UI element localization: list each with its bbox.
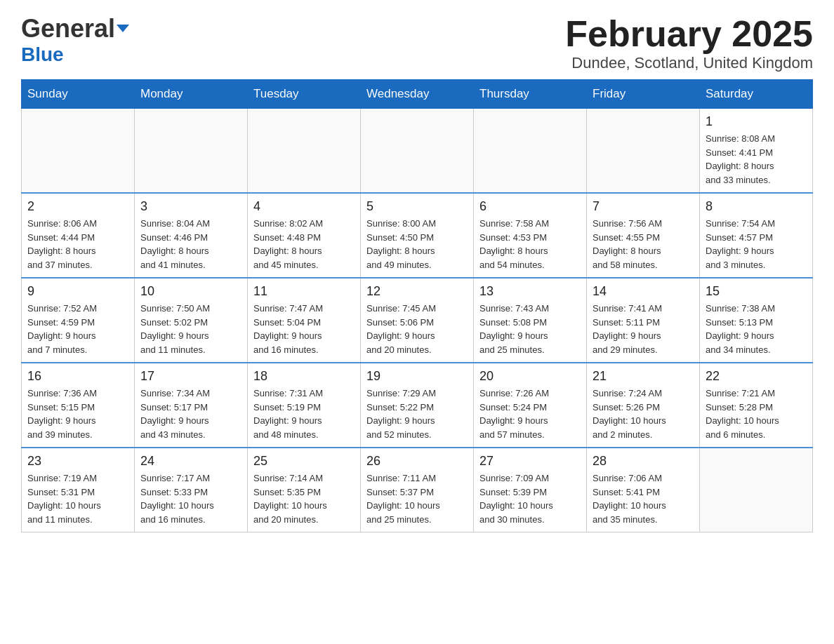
calendar-cell: 21Sunrise: 7:24 AMSunset: 5:26 PMDayligh…: [587, 363, 700, 448]
day-number: 27: [479, 454, 581, 469]
calendar-cell: 18Sunrise: 7:31 AMSunset: 5:19 PMDayligh…: [248, 363, 361, 448]
day-number: 1: [706, 114, 807, 129]
calendar-cell: 20Sunrise: 7:26 AMSunset: 5:24 PMDayligh…: [474, 363, 587, 448]
day-info: Sunrise: 7:43 AMSunset: 5:08 PMDaylight:…: [479, 302, 581, 356]
calendar-cell: 24Sunrise: 7:17 AMSunset: 5:33 PMDayligh…: [135, 448, 248, 532]
day-number: 16: [27, 369, 128, 384]
day-info: Sunrise: 8:06 AMSunset: 4:44 PMDaylight:…: [27, 217, 128, 271]
day-info: Sunrise: 7:09 AMSunset: 5:39 PMDaylight:…: [479, 471, 581, 526]
calendar-cell: 8Sunrise: 7:54 AMSunset: 4:57 PMDaylight…: [700, 193, 813, 278]
day-info: Sunrise: 7:21 AMSunset: 5:28 PMDaylight:…: [706, 387, 807, 441]
calendar-cell: 17Sunrise: 7:34 AMSunset: 5:17 PMDayligh…: [135, 363, 248, 448]
calendar-cell: 16Sunrise: 7:36 AMSunset: 5:15 PMDayligh…: [22, 363, 135, 448]
day-info: Sunrise: 8:04 AMSunset: 4:46 PMDaylight:…: [140, 217, 241, 271]
calendar-cell: 28Sunrise: 7:06 AMSunset: 5:41 PMDayligh…: [587, 448, 700, 532]
day-number: 10: [140, 284, 241, 299]
day-number: 6: [479, 199, 581, 214]
calendar-week-1: 1Sunrise: 8:08 AMSunset: 4:41 PMDaylight…: [22, 109, 813, 194]
day-number: 11: [253, 284, 355, 299]
calendar-cell: [587, 109, 700, 194]
day-number: 24: [140, 454, 241, 469]
page-header: General Blue February 2025 Dundee, Scotl…: [21, 14, 813, 72]
col-friday: Friday: [587, 80, 700, 109]
calendar-cell: 25Sunrise: 7:14 AMSunset: 5:35 PMDayligh…: [248, 448, 361, 532]
col-wednesday: Wednesday: [361, 80, 474, 109]
day-info: Sunrise: 7:06 AMSunset: 5:41 PMDaylight:…: [593, 471, 694, 526]
day-info: Sunrise: 7:34 AMSunset: 5:17 PMDaylight:…: [140, 387, 241, 441]
day-info: Sunrise: 7:36 AMSunset: 5:15 PMDaylight:…: [27, 387, 128, 441]
calendar-header-row: Sunday Monday Tuesday Wednesday Thursday…: [22, 80, 813, 109]
calendar-cell: 26Sunrise: 7:11 AMSunset: 5:37 PMDayligh…: [361, 448, 474, 532]
calendar-cell: 27Sunrise: 7:09 AMSunset: 5:39 PMDayligh…: [474, 448, 587, 532]
day-number: 17: [140, 369, 241, 384]
calendar-cell: 6Sunrise: 7:58 AMSunset: 4:53 PMDaylight…: [474, 193, 587, 278]
location: Dundee, Scotland, United Kingdom: [565, 54, 813, 72]
logo: General Blue: [21, 14, 129, 66]
calendar-week-3: 9Sunrise: 7:52 AMSunset: 4:59 PMDaylight…: [22, 278, 813, 363]
col-saturday: Saturday: [700, 80, 813, 109]
day-number: 4: [253, 199, 355, 214]
calendar-cell: 2Sunrise: 8:06 AMSunset: 4:44 PMDaylight…: [22, 193, 135, 278]
calendar-cell: 13Sunrise: 7:43 AMSunset: 5:08 PMDayligh…: [474, 278, 587, 363]
day-info: Sunrise: 7:38 AMSunset: 5:13 PMDaylight:…: [706, 302, 807, 356]
calendar-cell: [248, 109, 361, 194]
day-number: 5: [366, 199, 468, 214]
calendar-cell: 22Sunrise: 7:21 AMSunset: 5:28 PMDayligh…: [700, 363, 813, 448]
col-monday: Monday: [135, 80, 248, 109]
day-info: Sunrise: 7:11 AMSunset: 5:37 PMDaylight:…: [366, 471, 468, 526]
day-number: 25: [253, 454, 355, 469]
calendar-cell: 23Sunrise: 7:19 AMSunset: 5:31 PMDayligh…: [22, 448, 135, 532]
col-tuesday: Tuesday: [248, 80, 361, 109]
day-info: Sunrise: 7:26 AMSunset: 5:24 PMDaylight:…: [479, 387, 581, 441]
calendar-cell: 5Sunrise: 8:00 AMSunset: 4:50 PMDaylight…: [361, 193, 474, 278]
day-number: 13: [479, 284, 581, 299]
day-info: Sunrise: 8:00 AMSunset: 4:50 PMDaylight:…: [366, 217, 468, 271]
calendar-cell: [474, 109, 587, 194]
day-number: 28: [593, 454, 694, 469]
logo-blue: Blue: [21, 43, 64, 66]
logo-triangle-icon: [117, 25, 129, 32]
calendar-cell: 12Sunrise: 7:45 AMSunset: 5:06 PMDayligh…: [361, 278, 474, 363]
day-number: 19: [366, 369, 468, 384]
day-number: 20: [479, 369, 581, 384]
calendar-cell: [361, 109, 474, 194]
day-info: Sunrise: 7:29 AMSunset: 5:22 PMDaylight:…: [366, 387, 468, 441]
day-info: Sunrise: 7:47 AMSunset: 5:04 PMDaylight:…: [253, 302, 355, 356]
day-info: Sunrise: 7:50 AMSunset: 5:02 PMDaylight:…: [140, 302, 241, 356]
calendar-cell: 4Sunrise: 8:02 AMSunset: 4:48 PMDaylight…: [248, 193, 361, 278]
day-number: 2: [27, 199, 128, 214]
calendar-cell: [700, 448, 813, 532]
logo-general: General: [21, 14, 115, 43]
day-info: Sunrise: 7:54 AMSunset: 4:57 PMDaylight:…: [706, 217, 807, 271]
day-number: 8: [706, 199, 807, 214]
day-number: 23: [27, 454, 128, 469]
day-number: 21: [593, 369, 694, 384]
calendar-cell: 15Sunrise: 7:38 AMSunset: 5:13 PMDayligh…: [700, 278, 813, 363]
month-title: February 2025: [565, 14, 813, 54]
calendar-cell: 1Sunrise: 8:08 AMSunset: 4:41 PMDaylight…: [700, 109, 813, 194]
calendar-week-5: 23Sunrise: 7:19 AMSunset: 5:31 PMDayligh…: [22, 448, 813, 532]
calendar-table: Sunday Monday Tuesday Wednesday Thursday…: [21, 79, 813, 532]
day-info: Sunrise: 7:17 AMSunset: 5:33 PMDaylight:…: [140, 471, 241, 526]
calendar-week-4: 16Sunrise: 7:36 AMSunset: 5:15 PMDayligh…: [22, 363, 813, 448]
calendar-cell: [135, 109, 248, 194]
day-number: 15: [706, 284, 807, 299]
day-info: Sunrise: 7:45 AMSunset: 5:06 PMDaylight:…: [366, 302, 468, 356]
day-info: Sunrise: 7:19 AMSunset: 5:31 PMDaylight:…: [27, 471, 128, 526]
title-section: February 2025 Dundee, Scotland, United K…: [565, 14, 813, 72]
calendar-cell: 9Sunrise: 7:52 AMSunset: 4:59 PMDaylight…: [22, 278, 135, 363]
calendar-cell: [22, 109, 135, 194]
calendar-cell: 3Sunrise: 8:04 AMSunset: 4:46 PMDaylight…: [135, 193, 248, 278]
day-number: 3: [140, 199, 241, 214]
day-number: 22: [706, 369, 807, 384]
calendar-cell: 19Sunrise: 7:29 AMSunset: 5:22 PMDayligh…: [361, 363, 474, 448]
day-number: 12: [366, 284, 468, 299]
calendar-cell: 7Sunrise: 7:56 AMSunset: 4:55 PMDaylight…: [587, 193, 700, 278]
day-info: Sunrise: 7:14 AMSunset: 5:35 PMDaylight:…: [253, 471, 355, 526]
day-info: Sunrise: 7:56 AMSunset: 4:55 PMDaylight:…: [593, 217, 694, 271]
day-number: 14: [593, 284, 694, 299]
day-info: Sunrise: 7:58 AMSunset: 4:53 PMDaylight:…: [479, 217, 581, 271]
day-info: Sunrise: 7:41 AMSunset: 5:11 PMDaylight:…: [593, 302, 694, 356]
col-sunday: Sunday: [22, 80, 135, 109]
calendar-week-2: 2Sunrise: 8:06 AMSunset: 4:44 PMDaylight…: [22, 193, 813, 278]
